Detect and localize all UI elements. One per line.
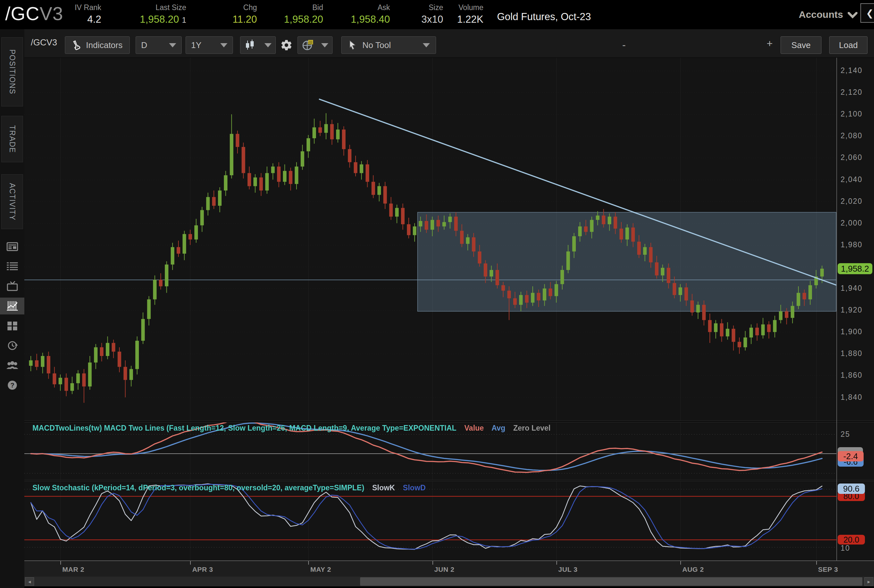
- chart-area: 2,1402,1202,1002,0802,0602,0402,0202,000…: [24, 58, 874, 560]
- chevron-down-icon: [264, 43, 271, 47]
- scrollbar-thumb[interactable]: [360, 577, 862, 586]
- time-axis-label: JUN 2: [435, 566, 454, 573]
- gear-icon: [280, 39, 292, 51]
- zoom-in-button[interactable]: +: [767, 38, 773, 50]
- price-axis-label: 2,120: [841, 88, 863, 97]
- drawing-tool-dropdown[interactable]: No Tool: [341, 36, 436, 54]
- chart-style-dropdown[interactable]: [240, 36, 276, 54]
- tv-icon[interactable]: [0, 278, 24, 295]
- quote-field-value: 3x10: [390, 13, 443, 26]
- time-axis-label: JUL 3: [558, 566, 577, 573]
- chevron-down-icon: [169, 43, 176, 47]
- stochastic-pane-canvas[interactable]: [24, 482, 837, 560]
- pane-divider[interactable]: [24, 420, 874, 422]
- time-axis-tick: [308, 561, 309, 565]
- time-axis-tick: [190, 561, 191, 565]
- quote-field-label: Chg: [186, 2, 257, 13]
- quote-field-label: Ask: [323, 2, 390, 13]
- macd-value-badge: -2.4: [838, 451, 864, 462]
- stochastic-legend-slowd[interactable]: SlowD: [403, 483, 426, 492]
- scroll-left-button[interactable]: ◂: [25, 577, 34, 586]
- watchlist-icon[interactable]: [0, 258, 24, 275]
- chart-toolbar: /GCV3 Indicators D 1Y No Tool -: [24, 29, 874, 58]
- period-value: D: [141, 40, 147, 50]
- quote-field-value: 4.2: [46, 13, 101, 26]
- trading-platform-window: /GCV3 IV Rank4.2Last Size1,958.201Chg11.…: [0, 0, 874, 588]
- chart-layout-dropdown[interactable]: [297, 36, 333, 54]
- chevron-down-icon: [423, 43, 430, 47]
- symbol-root: /GC: [5, 3, 40, 24]
- price-axis-label: 2,040: [841, 175, 863, 184]
- quote-field: Ask1,958.40: [323, 2, 390, 27]
- horizontal-scrollbar[interactable]: ◂ ▸: [24, 577, 874, 586]
- indicators-button[interactable]: Indicators: [65, 36, 130, 54]
- chart-icon[interactable]: [0, 298, 24, 315]
- accounts-label: Accounts: [799, 9, 843, 20]
- stochastic-oversold-badge: 20.0: [838, 535, 865, 544]
- price-axis-label: 2,100: [841, 110, 863, 118]
- collapse-panel-button[interactable]: ❮: [861, 3, 874, 23]
- sidebar-tab-positions[interactable]: POSITIONS: [1, 38, 23, 106]
- quote-field-value: 1,958.201: [101, 13, 186, 27]
- quote-field: IV Rank4.2: [46, 2, 101, 27]
- macd-legend-zero[interactable]: Zero Level: [513, 424, 550, 432]
- price-axis-label: 1,920: [841, 306, 863, 315]
- time-axis-tick: [432, 561, 433, 565]
- quote-field-value: 1.22K: [443, 13, 483, 26]
- price-axis-label: 2,000: [841, 219, 863, 228]
- chevron-down-icon: [321, 43, 328, 47]
- sidebar-tab-trade[interactable]: TRADE: [1, 116, 23, 162]
- macd-legend-value[interactable]: Value: [464, 424, 484, 432]
- macd-legend-avg[interactable]: Avg: [492, 424, 505, 432]
- quote-field-value: 1,958.20: [257, 13, 323, 26]
- price-axis-label: 1,940: [841, 284, 863, 293]
- contract-description: Gold Futures, Oct-23: [497, 11, 591, 23]
- scroll-right-button[interactable]: ▸: [864, 577, 873, 586]
- last-price-badge: 1,958.2: [838, 263, 873, 274]
- price-axis-label: 1,980: [841, 240, 863, 249]
- help-icon[interactable]: ?: [0, 377, 24, 394]
- price-pane-canvas[interactable]: [24, 58, 837, 420]
- stochastic-slowd-badge: 90.6: [838, 483, 865, 494]
- price-axis-label: 2,080: [841, 131, 863, 140]
- time-axis-label: APR 3: [192, 566, 213, 573]
- stochastic-legend-slowk[interactable]: SlowK: [372, 483, 395, 492]
- price-axis-label: 1,860: [841, 371, 863, 380]
- community-icon[interactable]: [0, 357, 24, 374]
- price-axis-label: 2,020: [841, 197, 863, 206]
- quote-field: Chg11.20: [186, 2, 257, 27]
- quote-field-value: 11.20: [186, 13, 257, 26]
- period-dropdown[interactable]: D: [136, 36, 182, 54]
- macd-study-title[interactable]: MACDTwoLines(tw) MACD Two Lines (Fast Le…: [33, 424, 456, 432]
- quote-field: Bid1,958.20: [257, 2, 323, 27]
- load-button[interactable]: Load: [829, 36, 868, 54]
- save-button[interactable]: Save: [781, 36, 822, 54]
- apps-grid-icon[interactable]: [0, 317, 24, 334]
- svg-text:?: ?: [10, 382, 14, 389]
- quote-field-label: Bid: [257, 2, 323, 13]
- pane-divider[interactable]: [24, 480, 874, 481]
- history-icon[interactable]: [0, 337, 24, 354]
- stochastic-study-title[interactable]: Slow Stochastic (kPeriod=14, dPeriod=3, …: [33, 483, 364, 492]
- chevron-down-icon: [848, 12, 858, 18]
- news-icon[interactable]: [0, 238, 24, 255]
- price-axis-separator: [837, 58, 837, 560]
- range-dropdown[interactable]: 1Y: [186, 36, 233, 54]
- price-axis-label: 2,060: [841, 153, 863, 162]
- quote-field: Size3x10: [390, 2, 443, 27]
- time-axis-label: MAR 2: [62, 566, 84, 573]
- price-axis-label: 2,140: [841, 66, 863, 75]
- quote-header: /GCV3 IV Rank4.2Last Size1,958.201Chg11.…: [0, 0, 874, 29]
- chart-settings-button[interactable]: [278, 36, 295, 54]
- cursor-icon: [348, 40, 357, 50]
- quote-field-value: 1,958.40: [323, 13, 390, 26]
- sidebar-tab-activity[interactable]: ACTIVITY: [1, 174, 23, 229]
- quote-field-label: IV Rank: [46, 2, 101, 13]
- accounts-menu[interactable]: Accounts: [799, 9, 858, 20]
- quote-field: Last Size1,958.201: [101, 2, 186, 27]
- time-axis: MAR 2APR 3MAY 2JUN 2JUL 3AUG 2SEP 3: [24, 560, 874, 577]
- zoom-out-button[interactable]: -: [622, 39, 626, 51]
- time-axis-label: MAY 2: [310, 566, 331, 573]
- quote-field-extra: 1: [182, 16, 186, 24]
- price-axis-label: 1,880: [841, 349, 863, 358]
